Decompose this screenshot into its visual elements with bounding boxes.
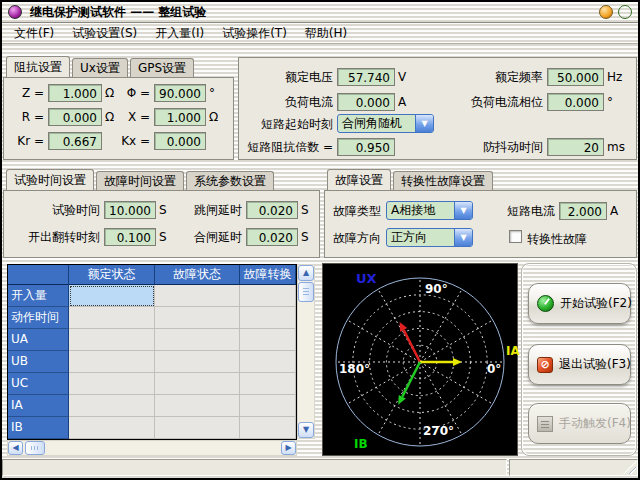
table-cell[interactable] <box>240 373 296 395</box>
exit-test-label: 退出试验(F3) <box>559 356 631 373</box>
fault-tabs: 故障设置 转换性故障设置 <box>327 170 495 190</box>
trip-delay-input[interactable]: 0.020 <box>246 201 298 219</box>
close-delay-input[interactable]: 0.020 <box>246 228 298 246</box>
kr-label: Kr = <box>10 134 44 148</box>
window-title: 继电保护测试软件 —— 整组试验 <box>30 4 206 21</box>
x-input[interactable]: 1.000 <box>154 108 206 126</box>
rated-voltage-input[interactable]: 57.740 <box>337 68 395 86</box>
table-cell[interactable] <box>69 395 155 417</box>
table-cell[interactable] <box>155 373 240 395</box>
phi-input[interactable]: 90.000 <box>154 84 206 102</box>
fault-direction-select[interactable]: 正方向 ▼ <box>386 228 473 247</box>
kx-input[interactable]: 0.000 <box>154 132 206 150</box>
short-circuit-current-input[interactable]: 2.000 <box>559 202 607 220</box>
close-delay-label: 合闸延时 <box>192 229 242 246</box>
tab-fault-settings[interactable]: 故障设置 <box>327 169 391 190</box>
tab-convertible-fault-settings[interactable]: 转换性故障设置 <box>393 171 493 190</box>
tab-fault-time-settings[interactable]: 故障时间设置 <box>96 171 184 190</box>
table-cell[interactable] <box>69 329 155 351</box>
vscroll-thumb[interactable] <box>298 282 314 302</box>
table-cell[interactable] <box>155 417 240 439</box>
table-cell[interactable] <box>155 307 240 329</box>
table-cell[interactable] <box>240 307 296 329</box>
hscroll-thumb[interactable] <box>25 441 45 455</box>
table-cell[interactable] <box>155 351 240 373</box>
menu-test-operation[interactable]: 试验操作(T) <box>213 24 296 43</box>
x-unit: Ω <box>209 110 218 124</box>
flip-time-input[interactable]: 0.100 <box>104 228 156 246</box>
fault-type-value: A相接地 <box>387 202 454 219</box>
convertible-fault-checkbox[interactable] <box>509 230 522 243</box>
dropdown-arrow-icon[interactable]: ▼ <box>454 202 472 219</box>
tab-impedance-settings[interactable]: 阻抗设置 <box>6 56 70 77</box>
tab-system-param-settings[interactable]: 系统参数设置 <box>186 171 274 190</box>
phi-unit: ° <box>209 86 215 100</box>
z-input[interactable]: 1.000 <box>48 84 102 102</box>
tab-test-time-settings[interactable]: 试验时间设置 <box>6 169 94 190</box>
table-cell[interactable] <box>240 351 296 373</box>
table-cell[interactable] <box>69 417 155 439</box>
table-cell-selected[interactable] <box>69 285 155 307</box>
fault-type-field: 故障类型 <box>331 202 385 220</box>
debounce-time-label: 防抖动时间 <box>443 139 543 156</box>
load-current-input[interactable]: 0.000 <box>337 93 395 111</box>
title-bar[interactable]: 继电保护测试软件 —— 整组试验 <box>2 2 638 23</box>
window-controls <box>599 5 632 19</box>
table-cell[interactable] <box>240 329 296 351</box>
r-input[interactable]: 0.000 <box>48 108 102 126</box>
app-window: 继电保护测试软件 —— 整组试验 文件(F) 试验设置(S) 开入量(I) 试验… <box>0 0 640 480</box>
menu-file[interactable]: 文件(F) <box>5 24 63 43</box>
table-hscrollbar[interactable]: ◀ ▶ <box>7 440 297 456</box>
test-time-input[interactable]: 10.000 <box>104 201 156 219</box>
tab-gps-settings[interactable]: GPS设置 <box>130 58 194 77</box>
table-cell[interactable] <box>155 395 240 417</box>
table-header-fault: 故障状态 <box>155 265 240 285</box>
minimize-icon[interactable] <box>599 5 613 19</box>
rated-frequency-input[interactable]: 50.000 <box>547 68 604 86</box>
load-current-phase-input[interactable]: 0.000 <box>547 93 604 111</box>
exit-test-button[interactable]: ⊘ 退出试验(F3) <box>528 344 631 385</box>
table-cell[interactable] <box>69 373 155 395</box>
table-cell[interactable] <box>240 285 296 307</box>
table-cell[interactable] <box>240 417 296 439</box>
rated-voltage-field: 额定电压 57.740 V <box>241 68 406 86</box>
fault-panel: 故障设置 转换性故障设置 故障类型 A相接地 ▼ 短路电流 2.000 A 故障… <box>324 170 637 258</box>
app-icon[interactable] <box>8 5 22 19</box>
table-cell[interactable] <box>240 395 296 417</box>
table-area: 额定状态 故障状态 故障转换 开入量 动作时间 UA UB UC IA <box>3 263 316 456</box>
dropdown-arrow-icon[interactable]: ▼ <box>454 229 472 246</box>
z-field: Z = 1.000 Ω <box>10 84 114 102</box>
table-vscrollbar[interactable]: ▲ ▼ <box>297 264 315 439</box>
flip-time-label: 开出翻转时刻 <box>10 229 100 246</box>
menu-test-settings[interactable]: 试验设置(S) <box>63 24 146 43</box>
resize-grip-icon[interactable] <box>623 461 636 474</box>
scroll-right-icon[interactable]: ▶ <box>281 441 296 455</box>
table-cell[interactable] <box>155 285 240 307</box>
impedance-multiple-input[interactable]: 0.950 <box>337 138 395 156</box>
scroll-up-icon[interactable]: ▲ <box>298 265 314 281</box>
rated-frequency-unit: Hz <box>607 70 622 84</box>
short-circuit-start-field: 短路起始时刻 <box>241 115 337 133</box>
short-circuit-start-select[interactable]: 合闸角随机 ▼ <box>337 114 434 133</box>
menu-help[interactable]: 帮助(H) <box>296 24 356 43</box>
scroll-down-icon[interactable]: ▼ <box>298 422 314 438</box>
timing-panel: 试验时间设置 故障时间设置 系统参数设置 试验时间 10.000 S 跳闸延时 … <box>3 170 320 258</box>
fault-type-select[interactable]: A相接地 ▼ <box>386 201 473 220</box>
tab-ux-settings[interactable]: Ux设置 <box>72 58 128 77</box>
start-icon <box>537 295 554 312</box>
menu-binary-input[interactable]: 开入量(I) <box>146 24 213 43</box>
trip-delay-label: 跳闸延时 <box>192 202 242 219</box>
scroll-left-icon[interactable]: ◀ <box>8 441 23 455</box>
start-test-button[interactable]: 开始试验(F2) <box>528 283 631 324</box>
table-cell[interactable] <box>155 329 240 351</box>
table-cell[interactable] <box>69 307 155 329</box>
status-bar-left <box>2 459 507 476</box>
table-cell[interactable] <box>69 351 155 373</box>
phasor-label-0: 0° <box>487 362 501 376</box>
close-icon[interactable] <box>618 5 632 19</box>
rated-frequency-field: 额定频率 50.000 Hz <box>443 68 622 86</box>
debounce-time-input[interactable]: 20 <box>547 138 604 156</box>
kr-input[interactable]: 0.667 <box>48 132 102 150</box>
dropdown-arrow-icon[interactable]: ▼ <box>415 115 433 132</box>
impedance-panel-body: Z = 1.000 Ω Φ = 90.000 ° R = 0.000 Ω X =… <box>3 77 234 160</box>
